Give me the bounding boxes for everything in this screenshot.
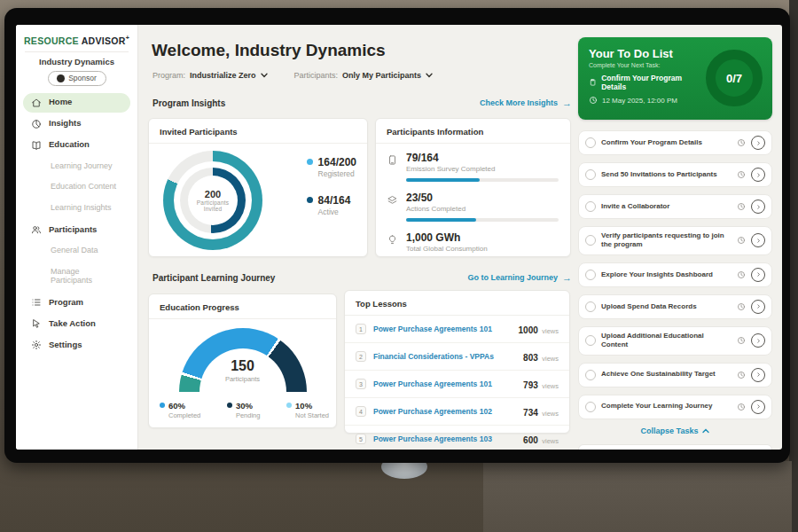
lesson-views: 803 views [523,348,559,364]
lesson-views: 600 views [523,431,559,447]
task-checkbox[interactable] [585,370,596,380]
sidebar-item-label: Take Action [49,319,96,328]
lesson-link[interactable]: Power Purchase Agreements 101 [373,379,516,388]
task-label: Upload Additional Educational Content [601,332,732,350]
legend-item-pending: 30% Pending [227,401,261,419]
participants-select[interactable]: Only My Participants [342,71,433,80]
task-row[interactable]: Upload Spend Data Records [578,294,772,319]
lesson-views: 734 views [523,403,559,419]
section-heading: Program Insights [153,98,225,108]
todo-column: Your To Do List Complete Your Next Task:… [578,25,772,450]
collapse-tasks-link[interactable]: Collapse Tasks [578,426,772,435]
clock-icon [737,270,746,279]
program-insights-header: Program Insights Check More Insights [153,98,572,108]
todo-panel: Your To Do List Complete Your Next Task:… [578,37,772,120]
lesson-link[interactable]: Power Purchase Agreements 101 [373,325,512,333]
program-select-value: Industrialize Zero [190,71,256,80]
lesson-rank: 5 [356,434,366,444]
sidebar-item-program[interactable]: Program [23,293,130,312]
sidebar-item-learning-insights[interactable]: Learning Insights [23,199,130,218]
task-chevron-button[interactable] [751,333,765,348]
logo-plus: + [126,35,129,41]
todo-progress-ring: 0/7 [706,50,763,106]
monitor-bezel: RESOURCE ADVISOR+ Industry Dynamics Spon… [4,8,790,463]
app-logo: RESOURCE ADVISOR+ [21,35,132,46]
sidebar-item-label: Learning Journey [51,162,113,171]
lesson-link[interactable]: Power Purchase Agreements 103 [373,434,516,443]
sponsor-badge[interactable]: Sponsor [48,71,106,86]
lesson-link[interactable]: Power Purchase Agreements 102 [373,407,516,416]
task-chevron-button[interactable] [751,233,765,247]
card-title: Invited Participants [149,119,367,144]
donut-center-label: Participants [197,200,229,206]
legend-dot [160,403,165,408]
task-row[interactable]: Upload Additional Educational Content [578,326,772,356]
link-label: Go to Learning Journey [467,273,558,282]
progress-bar [406,218,559,222]
task-row[interactable]: Confirm Your Program Details [578,130,772,155]
task-chevron-button[interactable] [751,168,765,182]
logo-resource: RESOURCE [24,35,79,46]
task-label: Verify participants requesting to join t… [601,231,732,250]
clock-icon [737,138,746,147]
task-row[interactable]: Verify participants requesting to join t… [578,226,772,255]
sidebar-item-settings[interactable]: Settings [23,335,130,355]
lesson-views: 1000 views [519,321,559,337]
task-checkbox[interactable] [585,270,596,280]
task-checkbox[interactable] [585,201,596,212]
legend-label: Not Started [295,411,329,419]
task-chevron-button[interactable] [751,268,765,282]
progress-bar-fill [406,178,480,182]
recent-news-card: Recent News [578,444,772,450]
sidebar-item-general-data[interactable]: General Data [23,241,130,261]
lesson-row: 4 Power Purchase Agreements 102 734 view… [345,398,569,426]
task-row[interactable]: Achieve One Sustainability Target [578,363,772,387]
task-row[interactable]: Explore Your Insights Dashboard [578,262,772,287]
legend-label: Pending [236,411,261,419]
task-row[interactable]: Complete Your Learning Journey [578,395,772,419]
lesson-link[interactable]: Financial Considerations - VPPAs [373,352,516,361]
check-more-insights-link[interactable]: Check More Insights [480,98,572,108]
task-label: Invite a Collaborator [601,202,732,211]
task-checkbox[interactable] [585,169,596,180]
task-chevron-button[interactable] [751,300,765,314]
task-checkbox[interactable] [585,402,596,412]
progress-bar [406,178,559,182]
task-checkbox[interactable] [585,335,596,346]
learning-journey-header: Participant Learning Journey Go to Learn… [153,272,572,283]
stat-row: 79/164 Emission Survey Completed [387,152,559,182]
lesson-views: 793 views [523,376,559,392]
sidebar-item-education[interactable]: Education [23,136,130,155]
sidebar-item-take-action[interactable]: Take Action [23,314,130,333]
sidebar-item-education-content[interactable]: Education Content [23,177,130,197]
sidebar-item-label: Manage Participants [51,268,122,286]
task-row[interactable]: Invite a Collaborator [578,194,772,219]
education-icon [31,140,42,151]
card-title: Participants Information [376,119,570,144]
task-checkbox[interactable] [585,301,596,312]
task-chevron-button[interactable] [751,368,765,382]
chevron-up-icon [702,428,709,434]
sidebar-item-manage-participants[interactable]: Manage Participants [23,262,130,291]
task-label: Achieve One Sustainability Target [601,370,732,379]
go-to-learning-journey-link[interactable]: Go to Learning Journey [467,272,572,283]
task-chevron-button[interactable] [751,400,765,414]
sidebar-nav: Home Insights Education Learning Journey… [16,93,137,355]
clock-icon [737,236,746,245]
sidebar-item-insights[interactable]: Insights [23,114,130,134]
lesson-rank: 1 [356,324,366,334]
legend-value: 164/200 [318,156,356,168]
task-checkbox[interactable] [585,137,596,148]
task-chevron-button[interactable] [751,200,765,214]
task-row[interactable]: Send 50 Invitations to Participants [578,162,772,187]
sidebar-item-learning-journey[interactable]: Learning Journey [23,157,130,176]
task-checkbox[interactable] [585,235,596,246]
sidebar-item-home[interactable]: Home [23,93,130,113]
sidebar-item-label: Participants [49,225,97,234]
program-select[interactable]: Industrialize Zero [190,71,268,80]
stat-label: Emission Survey Completed [406,165,559,173]
sidebar-item-participants[interactable]: Participants [23,220,130,239]
stats-list: 79/164 Emission Survey Completed 23/50 A… [376,144,570,258]
task-chevron-button[interactable] [751,136,765,150]
legend-item-registered: 164/200 Registered [307,156,356,178]
